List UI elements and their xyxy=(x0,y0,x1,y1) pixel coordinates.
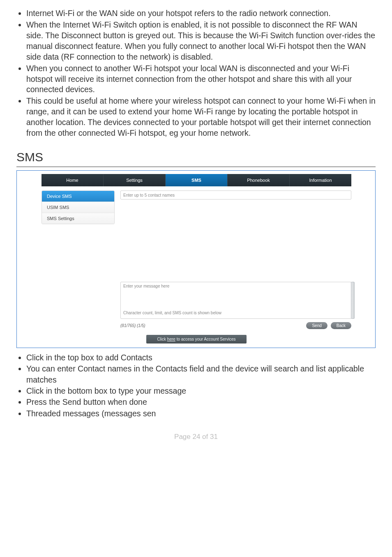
list-item: When you connect to another Wi-Fi hotspo… xyxy=(26,63,376,95)
tab-settings[interactable]: Settings xyxy=(104,174,166,186)
list-item: Threaded messages (messages sen xyxy=(26,408,376,419)
tab-label: Information xyxy=(309,178,332,183)
list-item: Click in the top box to add Contacts xyxy=(26,352,376,363)
list-item: Click in the bottom box to type your mes… xyxy=(26,385,376,396)
list-item: Press the Send button when done xyxy=(26,397,376,407)
top-tabbar: Home Settings SMS Phonebook Information xyxy=(42,174,351,186)
tab-label: Settings xyxy=(126,178,143,183)
send-button[interactable]: Send xyxy=(306,322,327,329)
list-item: Internet Wi-Fi or the WAN side on your h… xyxy=(26,8,376,19)
sidebar: Device SMS USIM SMS SMS Settings xyxy=(42,190,115,329)
sidebar-item-sms-settings[interactable]: SMS Settings xyxy=(42,213,114,224)
sidebar-item-label: SMS Settings xyxy=(47,216,74,221)
text: to access your Account Services xyxy=(175,337,236,341)
message-textarea[interactable]: Enter your message here Character count,… xyxy=(120,282,351,319)
scrollbar[interactable] xyxy=(351,282,355,319)
placeholder-text: Enter your message here xyxy=(123,284,348,288)
device-ui-screenshot: Home Settings SMS Phonebook Information … xyxy=(16,170,376,348)
tab-home[interactable]: Home xyxy=(42,174,104,186)
hint-text: Character count, limit, and SMS count is… xyxy=(123,311,348,315)
character-counter: (81/765) (1/5) xyxy=(120,323,145,328)
text: Click xyxy=(157,337,167,341)
button-label: Send xyxy=(312,323,321,328)
page-footer: Page 24 of 31 xyxy=(16,433,376,441)
account-link[interactable]: here xyxy=(167,337,175,341)
sidebar-item-usim-sms[interactable]: USIM SMS xyxy=(42,202,114,213)
divider xyxy=(16,167,376,167)
tab-label: Home xyxy=(66,178,78,183)
bullet-list-bottom: Click in the top box to add Contacts You… xyxy=(16,352,376,419)
account-services-bar[interactable]: Click here to access your Account Servic… xyxy=(146,335,246,343)
tab-sms[interactable]: SMS xyxy=(166,174,228,186)
tab-phonebook[interactable]: Phonebook xyxy=(228,174,290,186)
tab-label: Phonebook xyxy=(247,178,270,183)
tab-label: SMS xyxy=(191,178,201,183)
section-heading: SMS xyxy=(16,150,376,164)
sidebar-item-device-sms[interactable]: Device SMS xyxy=(42,191,114,202)
sidebar-item-label: Device SMS xyxy=(47,194,72,199)
button-label: Back xyxy=(337,323,346,328)
list-item: This could be useful at home where your … xyxy=(26,96,376,139)
list-item: When the Internet Wi-Fi Switch option is… xyxy=(26,20,376,63)
bullet-list-top: Internet Wi-Fi or the WAN side on your h… xyxy=(16,8,376,139)
placeholder-text: Enter up to 5 contact names xyxy=(123,193,175,197)
back-button[interactable]: Back xyxy=(331,322,351,329)
sidebar-item-label: USIM SMS xyxy=(47,205,69,210)
tab-information[interactable]: Information xyxy=(290,174,351,186)
contacts-input[interactable]: Enter up to 5 contact names xyxy=(120,190,351,200)
list-item: You can enter Contact names in the Conta… xyxy=(26,363,376,385)
